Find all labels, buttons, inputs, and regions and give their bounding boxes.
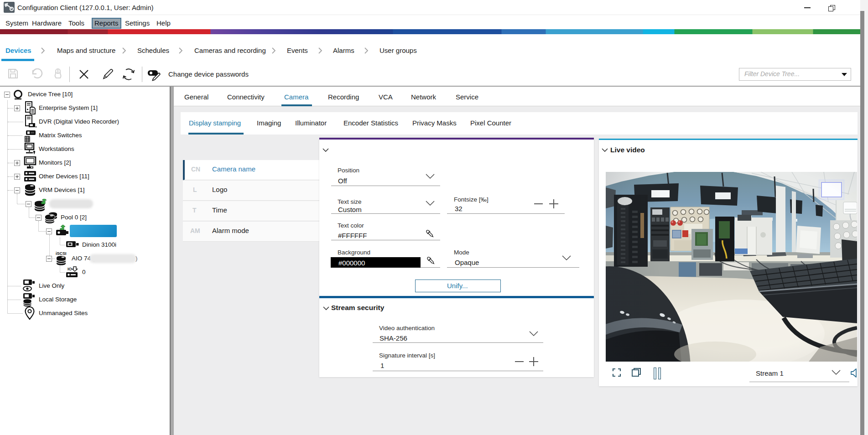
svg-text:IO: IO xyxy=(68,267,72,271)
svg-text:iSCSI: iSCSI xyxy=(56,251,67,256)
